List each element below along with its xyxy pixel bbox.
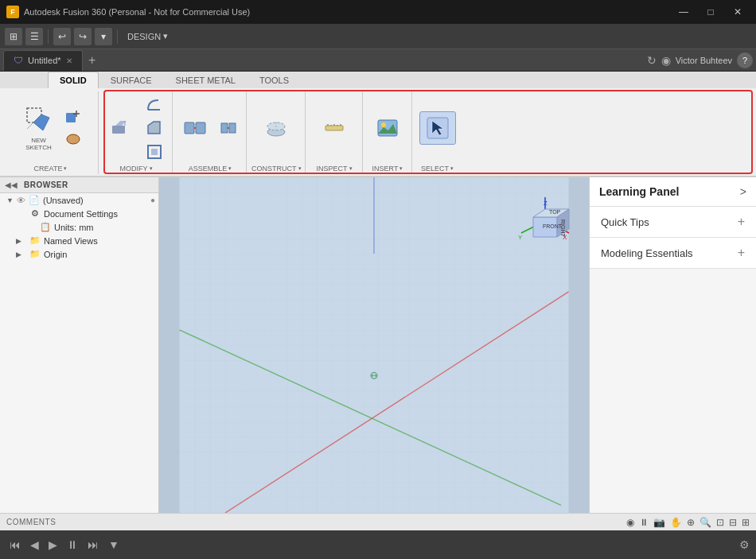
shell-icon — [146, 143, 163, 161]
design-menu-button[interactable]: DESIGN ▾ — [123, 27, 173, 46]
timeline-settings-icon[interactable]: ⚙ — [739, 538, 750, 551]
menu-icon[interactable]: ☰ — [25, 28, 43, 45]
select-tool-button[interactable] — [419, 111, 456, 145]
screenshot-icon[interactable]: 📷 — [653, 517, 665, 528]
svg-line-2 — [27, 122, 33, 129]
browser-header[interactable]: ◀◀ BROWSER — [0, 177, 158, 193]
inspect-group-label[interactable]: INSPECT ▾ — [316, 163, 352, 173]
select-group-label[interactable]: SELECT ▾ — [421, 163, 454, 173]
comments-label: COMMENTS — [6, 518, 56, 526]
refresh-icon[interactable]: ↻ — [647, 54, 657, 67]
tab-close-button[interactable]: ✕ — [66, 56, 72, 65]
tree-item-origin[interactable]: ▶ 📁 Origin — [0, 247, 158, 261]
quick-tips-section[interactable]: Quick Tips + — [590, 207, 756, 238]
timeline-start-button[interactable]: ⏮ — [6, 537, 24, 553]
quick-tips-plus-icon[interactable]: + — [738, 215, 745, 229]
fillet-button[interactable] — [140, 93, 169, 115]
display-icon[interactable]: ⊞ — [742, 517, 750, 528]
tree-item-unsaved[interactable]: ▼ 👁 📄 (Unsaved) ● — [0, 193, 158, 207]
user-button[interactable]: Victor Buhteev — [676, 56, 732, 65]
doc-settings-label: Document Settings — [44, 209, 155, 219]
create-form-button[interactable] — [62, 129, 84, 149]
timeline-filter-icon[interactable]: ▼ — [108, 538, 119, 551]
modeling-essentials-section[interactable]: Modeling Essentials + — [590, 238, 756, 269]
construct-buttons — [259, 93, 294, 163]
chamfer-button[interactable] — [140, 117, 169, 139]
timeline-pause-button[interactable]: ⏸ — [64, 537, 81, 553]
tree-item-units[interactable]: ▶ 📋 Units: mm — [0, 220, 158, 234]
modeling-essentials-plus-icon[interactable]: + — [738, 246, 745, 260]
modify-group: MODIFY ▾ — [100, 91, 173, 174]
tab-tools[interactable]: TOOLS — [247, 72, 301, 88]
timeline-play-button[interactable]: ▶ — [45, 537, 60, 553]
measure-button[interactable] — [317, 112, 352, 144]
zoom-tool-icon[interactable]: 🔍 — [699, 517, 711, 528]
modify-arrow-icon: ▾ — [150, 165, 153, 172]
settings-icon: ⚙ — [29, 208, 41, 219]
redo-icon[interactable]: ↪ — [74, 28, 92, 45]
create-group: NEWSKETCH — [3, 91, 99, 174]
sync-icon[interactable]: ◉ — [661, 54, 671, 67]
grid-icon[interactable]: ⊞ — [5, 28, 22, 45]
collapse-icon[interactable]: ◀◀ — [5, 181, 18, 189]
construct-group-label[interactable]: CONSTRUCT ▾ — [251, 163, 302, 173]
visibility-icon[interactable]: 👁 — [17, 196, 25, 205]
svg-rect-16 — [196, 122, 205, 134]
add-tab-button[interactable]: + — [83, 51, 102, 70]
modify-buttons — [103, 93, 169, 163]
assemble-buttons — [177, 93, 243, 163]
rigid-group-button[interactable] — [214, 117, 243, 139]
grid-view-icon[interactable]: ⊟ — [729, 517, 737, 528]
press-pull-icon — [108, 115, 134, 141]
user-name: Victor Buhteev — [676, 56, 732, 65]
tab-solid[interactable]: SOLID — [48, 72, 99, 88]
modify-group-label[interactable]: MODIFY ▾ — [120, 163, 153, 173]
close-button[interactable]: ✕ — [726, 4, 750, 20]
history-icon[interactable]: ▾ — [95, 28, 112, 45]
orbit-icon[interactable]: ◉ — [626, 517, 634, 528]
units-icon: 📋 — [39, 222, 52, 232]
insert-group-label[interactable]: INSERT ▾ — [372, 163, 403, 173]
svg-text:TOP: TOP — [549, 209, 561, 215]
shell-button[interactable] — [140, 141, 169, 163]
zoom-icon[interactable]: ⊕ — [687, 517, 695, 528]
main-content: ◀◀ BROWSER ▼ 👁 📄 (Unsaved) ● ▶ ⚙ Documen… — [0, 177, 756, 513]
chamfer-icon — [146, 119, 163, 137]
press-pull-button[interactable] — [103, 112, 138, 144]
browser-panel: ◀◀ BROWSER ▼ 👁 📄 (Unsaved) ● ▶ ⚙ Documen… — [0, 177, 159, 513]
unsaved-settings-icon[interactable]: ● — [150, 196, 155, 204]
viewport[interactable]: FRONT TOP RIGHT X Y Z — [159, 177, 589, 513]
timeline-prev-button[interactable]: ◀ — [27, 537, 42, 553]
tab-extras: ↻ ◉ Victor Buhteev ? — [647, 52, 753, 68]
view-cube[interactable]: FRONT TOP RIGHT X Y Z — [517, 193, 573, 249]
tree-item-named-views[interactable]: ▶ 📁 Named Views — [0, 234, 158, 247]
undo-icon[interactable]: ↩ — [53, 28, 71, 45]
timeline-end-button[interactable]: ⏭ — [84, 537, 102, 553]
assemble-group-label[interactable]: ASSEMBLE ▾ — [189, 163, 232, 173]
new-sketch-button[interactable]: NEWSKETCH — [18, 102, 60, 154]
learning-panel-title: Learning Panel — [599, 185, 679, 198]
svg-rect-8 — [112, 126, 125, 134]
nav-divider-2 — [117, 29, 118, 44]
learning-panel: Learning Panel > Quick Tips + Modeling E… — [589, 177, 756, 513]
tree-item-doc-settings[interactable]: ▶ ⚙ Document Settings — [0, 207, 158, 220]
create-group-label[interactable]: CREATE ▾ — [34, 163, 68, 173]
maximize-button[interactable]: □ — [699, 4, 723, 20]
tab-surface[interactable]: SURFACE — [99, 72, 164, 88]
pause-icon[interactable]: ⏸ — [639, 517, 649, 528]
joint-button[interactable] — [177, 112, 212, 144]
pan-icon[interactable]: ✋ — [670, 517, 682, 528]
document-tab[interactable]: 🛡 Untitled* ✕ — [3, 50, 83, 71]
help-button[interactable]: ? — [737, 52, 753, 68]
new-component-button[interactable] — [62, 107, 84, 127]
svg-rect-18 — [221, 123, 228, 133]
insert-image-button[interactable] — [370, 112, 405, 144]
minimize-button[interactable]: — — [672, 4, 696, 20]
units-label: Units: mm — [54, 223, 155, 232]
svg-marker-12 — [148, 122, 160, 134]
fit-icon[interactable]: ⊡ — [716, 517, 724, 528]
learning-expand-icon[interactable]: > — [740, 185, 746, 198]
tab-sheet-metal[interactable]: SHEET METAL — [164, 72, 247, 88]
offset-plane-button[interactable] — [259, 112, 294, 144]
svg-point-41 — [372, 375, 374, 377]
